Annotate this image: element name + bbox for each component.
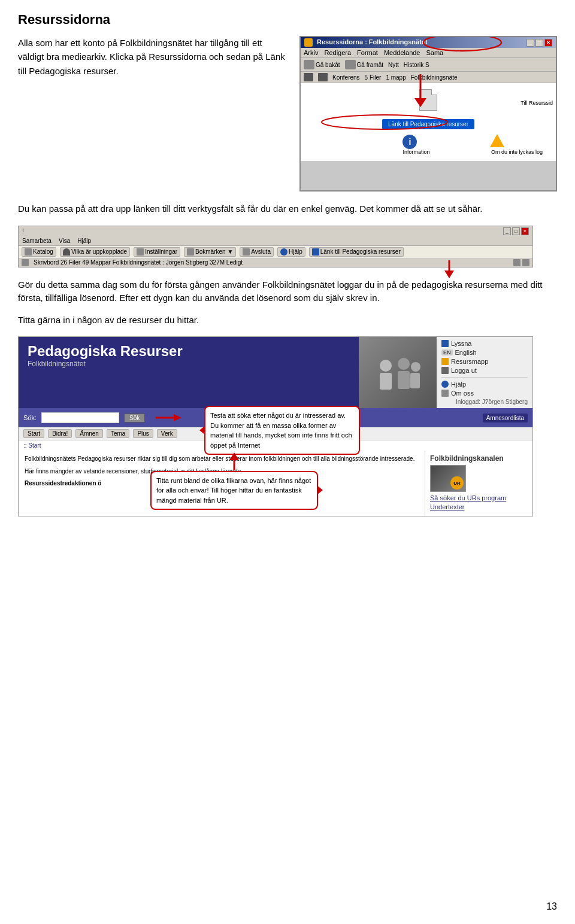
menu-meddelande[interactable]: Meddelande	[384, 49, 420, 56]
tb-katalog[interactable]: Katalog	[22, 247, 56, 257]
link-label: Länk till Pedagogiska resurser	[382, 119, 474, 129]
fav-konferens[interactable]: Konferens	[332, 74, 360, 81]
lyssna-icon	[441, 340, 449, 347]
avsluta-icon	[243, 248, 250, 256]
s3-header: Pedagogiska Resurser Folkbildningsnätet …	[19, 337, 532, 408]
status-icon3	[522, 259, 529, 266]
hagaflex-titlebar: Resurssidorna : Folkbildningsnätet _ □ ✕	[301, 37, 556, 48]
close-icon[interactable]: ✕	[544, 39, 552, 47]
back-btn[interactable]: Gå bakåt	[304, 60, 340, 69]
section2-text: Du kan passa på att dra upp länken till …	[18, 202, 557, 216]
hjälp-icon	[280, 248, 288, 256]
logga-ut-label: Logga ut	[451, 367, 477, 374]
s2-toolbar: Katalog Vilka är uppkopplade Inställning…	[19, 246, 532, 259]
svg-marker-13	[174, 414, 181, 421]
menu-sama[interactable]: Sama	[426, 49, 444, 56]
nav-start[interactable]: Start	[23, 429, 44, 438]
tb-uppkopplade[interactable]: Vilka är uppkopplade	[60, 247, 130, 257]
svg-rect-7	[380, 373, 392, 390]
logga-ut-row[interactable]: Logga ut	[441, 367, 528, 374]
logged-in-text: Inloggad: J?örgen Stigberg	[441, 399, 528, 405]
link-to-ped-btn[interactable]: Länk till Pedagogiska resurser	[382, 118, 474, 128]
en-badge: EN	[441, 349, 453, 355]
s2-close[interactable]: ✕	[521, 227, 529, 235]
menu-redigera[interactable]: Redigera	[324, 49, 351, 56]
nav-tema[interactable]: Tema	[107, 429, 129, 438]
s2-statusbar: Skrivbord 26 Filer 49 Mappar Folkbildnin…	[19, 259, 532, 267]
s3-logo-area: Pedagogiska Resurser Folkbildningsnätet	[19, 337, 359, 408]
forward-btn[interactable]: Gå framåt	[345, 60, 383, 69]
top-section: Alla som har ett konto på Folkbildningsn…	[18, 36, 557, 192]
hagaflex-toolbar: Gå bakåt Gå framåt Nytt Historik S	[301, 58, 556, 72]
hjälp-link-icon	[441, 381, 449, 388]
svg-rect-9	[398, 371, 410, 389]
svg-point-8	[398, 358, 410, 370]
amnesordlista-btn[interactable]: Ämnesordlista	[483, 414, 528, 423]
search-button[interactable]: Sök	[124, 414, 145, 423]
red-arrow-search	[153, 411, 183, 424]
om-oss-icon	[441, 390, 449, 397]
fav-1mapp[interactable]: 1 mapp	[386, 74, 405, 81]
new-btn[interactable]: Nytt	[388, 62, 399, 68]
sidebar-link-1[interactable]: Så söker du URs program	[430, 494, 528, 501]
status-icons	[513, 259, 529, 266]
tb-installningar[interactable]: Inställningar	[134, 247, 180, 257]
om-oss-row[interactable]: Om oss	[441, 390, 528, 397]
s2-titlebar: ! _ □ ✕	[19, 226, 532, 236]
resursmapp-label: Resursmapp	[451, 358, 488, 365]
sidebar-link-2[interactable]: Undertexter	[430, 503, 528, 510]
tb-hjälp[interactable]: Hjälp	[277, 247, 305, 257]
svg-point-10	[411, 362, 420, 372]
s3-sidebar: Folkbildningskanalen UR Så söker du URs …	[425, 451, 532, 516]
file-icon	[419, 89, 437, 112]
toolbar-screenshot-section: ! _ □ ✕ Samarbeta Visa Hjälp Katalog Vil…	[18, 226, 557, 268]
s2-minimize[interactable]: _	[503, 227, 511, 235]
fav-folkbildning[interactable]: Folkbildningsnäte	[411, 74, 458, 81]
maximize-icon[interactable]: □	[535, 39, 543, 47]
resursmapp-icon	[441, 358, 449, 365]
tb-avsluta[interactable]: Avsluta	[240, 247, 274, 257]
menu-visa[interactable]: Visa	[59, 238, 70, 244]
nav-verk[interactable]: Verk	[157, 429, 177, 438]
toolbar-screenshot: ! _ □ ✕ Samarbeta Visa Hjälp Katalog Vil…	[18, 226, 533, 268]
katalog-icon	[25, 248, 32, 256]
menu-arkiv[interactable]: Arkiv	[304, 49, 318, 56]
nav-bidra[interactable]: Bidra!	[48, 429, 72, 438]
warn-icon: Om du inte lyckas log	[490, 134, 544, 155]
svg-point-6	[380, 360, 392, 372]
section3-text2: Titta gärna in i någon av de resurser du…	[18, 314, 557, 327]
search-input[interactable]	[41, 412, 119, 423]
english-row[interactable]: EN English	[441, 349, 528, 356]
status-icon	[22, 259, 29, 266]
fav-5filer[interactable]: 5 Filer	[365, 74, 382, 81]
s2-maximize[interactable]: □	[512, 227, 520, 235]
people-silhouette	[371, 355, 425, 391]
callout-titta: Titta runt bland de olika flikarna ovan,…	[150, 471, 318, 510]
s3-header-links: Lyssna EN English Resursmapp Logga ut Hj…	[437, 337, 532, 408]
tb-link-ped[interactable]: Länk till Pedagogiska resurser	[309, 247, 404, 257]
hagaflex-favbar: Konferens 5 Filer 1 mapp Folkbildningsnä…	[301, 72, 556, 83]
hagaflex-title-label: Resurssidorna : Folkbildningsnätet	[304, 38, 428, 47]
nav-amnen[interactable]: Ämnen	[75, 429, 103, 438]
resursmapp-row[interactable]: Resursmapp	[441, 358, 528, 365]
status-text: Skrivbord 26 Filer 49 Mappar Folkbildnin…	[34, 259, 243, 266]
hagaflex-content: Länk till Pedagogiska resurser i Informa…	[301, 83, 556, 161]
english-label: English	[455, 349, 477, 356]
tb-bokmarken[interactable]: Bokmärken ▼	[184, 247, 236, 257]
callout2-text: Titta runt bland de olika flikarna ovan,…	[156, 477, 311, 504]
menu-hjälp[interactable]: Hjälp	[77, 238, 91, 244]
info-icon: i Information	[402, 135, 429, 155]
hjälp-row[interactable]: Hjälp	[441, 381, 528, 388]
hjälp-link-label: Hjälp	[451, 381, 466, 388]
s2-menubar: Samarbeta Visa Hjälp	[19, 236, 532, 246]
nav-plus[interactable]: Plus	[133, 429, 153, 438]
menu-samarbeta[interactable]: Samarbeta	[22, 238, 52, 244]
ped-resurser-screenshot: Pedagogiska Resurser Folkbildningsnätet …	[18, 336, 533, 516]
search-label: Sök:	[23, 414, 37, 421]
lyssna-row[interactable]: Lyssna	[441, 340, 528, 347]
history-btn[interactable]: Historik S	[404, 62, 429, 68]
menu-format[interactable]: Format	[357, 49, 378, 56]
om-oss-label: Om oss	[451, 390, 474, 397]
minimize-icon[interactable]: _	[526, 39, 534, 47]
lyssna-label: Lyssna	[451, 340, 471, 347]
